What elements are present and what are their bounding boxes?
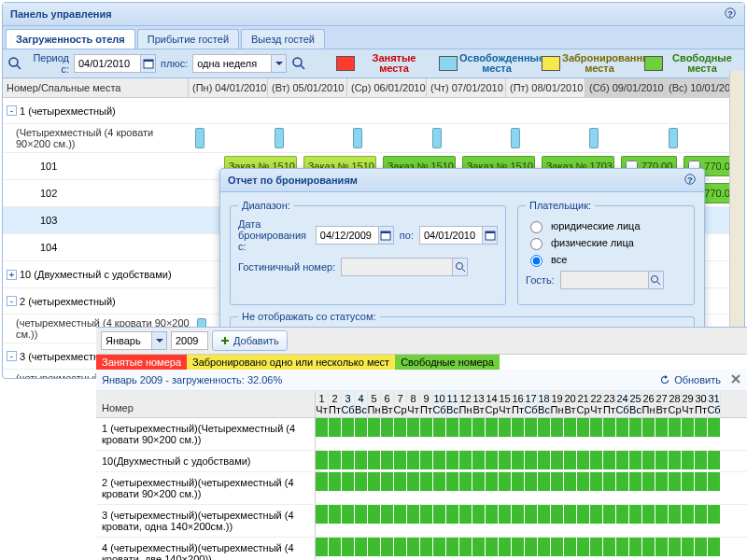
expand-icon[interactable]: + [7, 270, 17, 280]
cal-cell[interactable] [355, 538, 368, 556]
cal-day-header[interactable]: 20Вт [564, 391, 577, 417]
cal-cell[interactable] [316, 451, 329, 469]
cal-cell[interactable] [512, 418, 525, 437]
cal-cell[interactable] [459, 451, 472, 469]
cal-cell[interactable] [433, 451, 446, 469]
cal-cell[interactable] [433, 505, 446, 524]
cal-cell[interactable] [329, 472, 342, 491]
cal-day-header[interactable]: 4Вс [355, 391, 368, 417]
expand-icon[interactable]: - [7, 351, 17, 361]
cal-cell[interactable] [577, 451, 590, 469]
cal-cell[interactable] [316, 505, 329, 524]
cal-cell[interactable] [629, 418, 642, 437]
cal-cell[interactable] [420, 538, 433, 556]
day-cell[interactable] [272, 98, 350, 123]
cal-cell[interactable] [342, 472, 355, 491]
cal-row[interactable]: 1 (четырехместный)(Четырехместный (4 кро… [96, 418, 747, 451]
cal-cell[interactable] [695, 505, 708, 524]
cal-day-header[interactable]: 22Чт [590, 391, 603, 417]
cal-cell[interactable] [629, 505, 642, 524]
room-input[interactable] [341, 258, 453, 276]
cal-cell[interactable] [603, 418, 616, 437]
cal-cell[interactable] [564, 538, 577, 556]
cal-cell[interactable] [472, 472, 486, 491]
grid-row[interactable]: -1 (четырехместный) [3, 98, 744, 124]
grid-row[interactable]: (Четырехместный (4 кровати 90×200 см.)) [3, 124, 744, 153]
cal-cell[interactable] [551, 505, 564, 524]
date-from-input[interactable] [316, 226, 379, 245]
cal-cell[interactable] [368, 418, 381, 437]
day-cell[interactable] [586, 124, 665, 152]
cal-day-header[interactable]: 11Вс [446, 391, 459, 417]
day-header[interactable]: (Чт) 07/01/2010 [427, 78, 506, 97]
cal-cell[interactable] [603, 472, 616, 491]
cal-cell[interactable] [342, 538, 355, 556]
cal-cell[interactable] [629, 451, 642, 469]
cal-cell[interactable] [459, 505, 472, 524]
refresh-button[interactable]: Обновить [659, 374, 721, 385]
calendar-name-header[interactable]: Номер [96, 391, 316, 417]
cal-cell[interactable] [603, 538, 616, 556]
cal-cell[interactable] [407, 505, 420, 524]
cal-day-header[interactable]: 16Пт [512, 391, 525, 417]
cal-cell[interactable] [329, 418, 342, 437]
cal-cell[interactable] [642, 472, 655, 491]
cal-cell[interactable] [708, 538, 721, 556]
cal-cell[interactable] [629, 472, 642, 491]
cal-cell[interactable] [603, 451, 616, 469]
cal-cell[interactable] [564, 451, 577, 469]
cal-cell[interactable] [342, 418, 355, 437]
cal-row[interactable]: 3 (четырехместный)(четырехместный (4 кро… [96, 505, 747, 538]
day-cell[interactable] [586, 98, 665, 123]
cal-cell[interactable] [368, 472, 381, 491]
cal-day-header[interactable]: 30Пт [695, 391, 708, 417]
room-lookup[interactable] [341, 258, 468, 276]
expand-icon[interactable]: - [7, 105, 17, 116]
cal-cell[interactable] [316, 538, 329, 556]
calendar-icon[interactable] [379, 226, 394, 245]
day-cell[interactable] [508, 98, 586, 123]
chevron-down-icon[interactable] [272, 54, 287, 73]
cal-row[interactable]: 2 (четырехместный)(четырехместный (4 кро… [96, 472, 747, 505]
cal-cell[interactable] [669, 472, 682, 491]
cal-day-header[interactable]: 1Чт [316, 391, 329, 417]
cal-day-header[interactable]: 9Пт [420, 391, 433, 417]
cal-cell[interactable] [655, 505, 669, 524]
booking-block[interactable] [511, 128, 520, 148]
cal-cell[interactable] [682, 418, 695, 437]
cal-cell[interactable] [577, 418, 590, 437]
cal-cell[interactable] [525, 505, 538, 524]
help-icon[interactable]: ? [724, 7, 737, 20]
cal-cell[interactable] [551, 418, 564, 437]
cal-day-header[interactable]: 21Ср [577, 391, 590, 417]
day-cell[interactable] [159, 180, 221, 206]
cal-cell[interactable] [316, 418, 329, 437]
cal-cell[interactable] [669, 451, 682, 469]
help-icon[interactable]: ? [684, 173, 697, 186]
cal-cell[interactable] [682, 505, 695, 524]
cal-cell[interactable] [655, 451, 669, 469]
cal-cell[interactable] [551, 451, 564, 469]
cal-cell[interactable] [682, 451, 695, 469]
cal-day-header[interactable]: 31Сб [708, 391, 721, 417]
booking-block[interactable] [353, 128, 362, 148]
day-header[interactable]: (Сб) 09/01/2010 [585, 78, 665, 97]
cal-cell[interactable] [538, 538, 551, 556]
cal-cell[interactable] [629, 538, 642, 556]
cal-cell[interactable] [486, 472, 499, 491]
calendar-body[interactable]: 1 (четырехместный)(Четырехместный (4 кро… [96, 418, 747, 560]
cal-day-header[interactable]: 26Пн [642, 391, 655, 417]
cal-cell[interactable] [512, 451, 525, 469]
cal-cell[interactable] [564, 505, 577, 524]
cal-cell[interactable] [355, 505, 368, 524]
cal-cell[interactable] [394, 538, 407, 556]
cal-cell[interactable] [486, 505, 499, 524]
expand-icon[interactable]: - [7, 296, 17, 306]
booking-block[interactable] [275, 128, 284, 148]
cal-cell[interactable] [682, 538, 695, 556]
cal-cell[interactable] [499, 538, 512, 556]
cal-row[interactable]: 10(Двухместный с удобствами) [96, 451, 747, 472]
cal-cell[interactable] [459, 418, 472, 437]
cal-day-header[interactable]: 12Пн [459, 391, 472, 417]
cal-cell[interactable] [459, 472, 472, 491]
